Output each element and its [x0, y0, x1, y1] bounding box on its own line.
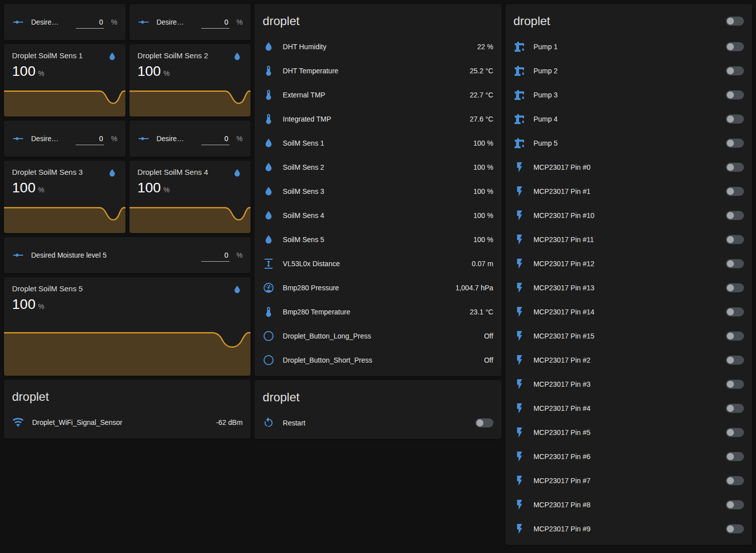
toggle-switch[interactable]: [726, 404, 744, 413]
toggle-switch[interactable]: [726, 42, 744, 51]
switch-row[interactable]: MCP23017 Pin #3: [506, 372, 752, 396]
water-icon: [263, 185, 275, 197]
entity-row[interactable]: SoilM Sens 2100 %: [255, 155, 501, 179]
switch-row[interactable]: Pump 5: [506, 131, 752, 155]
entity-row[interactable]: VL53L0x Distance0.07 m: [255, 252, 501, 276]
restart-toggle[interactable]: [475, 418, 493, 427]
entity-row[interactable]: SoilM Sens 3100 %: [255, 179, 501, 203]
switch-row[interactable]: MCP23017 Pin #14: [506, 300, 752, 324]
toggle-switch[interactable]: [726, 90, 744, 99]
desired-value-input[interactable]: [76, 133, 104, 145]
switch-row[interactable]: MCP23017 Pin #13: [506, 276, 752, 300]
toggle-switch[interactable]: [726, 452, 744, 461]
entity-row[interactable]: DHT Temperature25.2 °C: [255, 59, 501, 83]
toggle-switch[interactable]: [726, 211, 744, 220]
toggle-switch[interactable]: [726, 139, 744, 148]
sensor-value-number: 100: [12, 180, 36, 195]
switch-row[interactable]: MCP23017 Pin #1: [506, 179, 752, 203]
entity-row[interactable]: Bmp280 Temperature23.1 °C: [255, 300, 501, 324]
switch-row[interactable]: MCP23017 Pin #4: [506, 396, 752, 420]
water-icon: [232, 168, 242, 178]
water-icon: [232, 51, 242, 62]
switch-row[interactable]: MCP23017 Pin #6: [506, 445, 752, 469]
desired-value-input[interactable]: [201, 133, 229, 145]
flash-icon: [514, 475, 526, 487]
switch-row[interactable]: Pump 4: [506, 107, 752, 131]
toggle-switch[interactable]: [726, 235, 744, 244]
switch-row[interactable]: MCP23017 Pin #5: [506, 420, 752, 445]
water-icon: [107, 168, 117, 178]
desired-moisture-card-2[interactable]: Desired ... %: [130, 4, 251, 40]
soil-moisture-sensor-card-4[interactable]: Droplet SoilM Sens 4 100%: [130, 161, 251, 233]
input-label: Desired Moisture level 5: [31, 251, 106, 259]
right-column: droplet Pump 1Pump 2Pump 3Pump 4Pump 5MC…: [506, 4, 752, 545]
soil-moisture-sensor-card-5[interactable]: Droplet SoilM Sens 5 100%: [4, 277, 250, 376]
switch-row[interactable]: MCP23017 Pin #15: [506, 324, 752, 348]
switch-row[interactable]: Pump 3: [506, 83, 752, 107]
switch-row[interactable]: MCP23017 Pin #0: [506, 155, 752, 179]
toggle-switch[interactable]: [726, 356, 744, 365]
restart-row[interactable]: Restart: [255, 411, 501, 435]
sensor-value-number: 100: [138, 180, 161, 195]
toggle-switch[interactable]: [726, 307, 744, 316]
toggle-knob: [727, 453, 734, 460]
switch-row[interactable]: MCP23017 Pin #7: [506, 469, 752, 493]
entity-row[interactable]: SoilM Sens 4100 %: [255, 203, 501, 228]
switch-row[interactable]: MCP23017 Pin #10: [506, 203, 752, 228]
desired-value-input[interactable]: [201, 16, 229, 29]
switch-row[interactable]: MCP23017 Pin #12: [506, 252, 752, 276]
entity-row[interactable]: Bmp280 Pressure1,004.7 hPa: [255, 276, 501, 300]
switch-row[interactable]: MCP23017 Pin #9: [506, 517, 752, 541]
toggle-switch[interactable]: [726, 163, 744, 172]
soil-moisture-sensor-card-1[interactable]: Droplet SoilM Sens 1 100%: [4, 44, 125, 117]
toggle-switch[interactable]: [726, 331, 744, 341]
switch-row[interactable]: Pump 1: [506, 35, 752, 59]
entity-row[interactable]: Droplet_Button_Long_PressOff: [255, 324, 501, 348]
radiobox-icon: [263, 330, 275, 342]
entity-name: SoilM Sens 4: [283, 211, 465, 219]
toggle-switch[interactable]: [726, 187, 744, 196]
radiobox-icon: [263, 354, 275, 366]
toggle-switch[interactable]: [726, 380, 744, 389]
desired-value-input[interactable]: [201, 249, 229, 262]
entity-row[interactable]: Droplet_WiFi_Signal_Sensor -62 dBm: [4, 410, 250, 434]
toggle-switch[interactable]: [726, 524, 744, 533]
entity-name: SoilM Sens 2: [283, 163, 465, 171]
toggle-switch[interactable]: [726, 283, 744, 292]
desired-moisture-card-5[interactable]: Desired Moisture level 5 %: [4, 237, 250, 273]
toggle-switch[interactable]: [726, 476, 744, 485]
desired-moisture-card-4[interactable]: Desired ... %: [130, 121, 251, 157]
soil-moisture-sensor-card-3[interactable]: Droplet SoilM Sens 3 100%: [4, 161, 125, 233]
sensor-history-graph: [130, 205, 251, 233]
toggle-switch[interactable]: [726, 259, 744, 268]
input-unit: %: [236, 251, 242, 259]
desired-moisture-card-1[interactable]: Desired ... %: [4, 4, 125, 40]
middle-column: droplet DHT Humidity22 %DHT Temperature2…: [255, 4, 501, 439]
switch-row[interactable]: Pump 2: [506, 59, 752, 83]
desired-value-input[interactable]: [76, 16, 104, 29]
toggle-switch[interactable]: [726, 66, 744, 75]
pump-icon: [514, 113, 526, 125]
entity-name: Bmp280 Pressure: [283, 284, 447, 292]
switch-row[interactable]: MCP23017 Pin #11: [506, 228, 752, 252]
entity-name: SoilM Sens 1: [283, 139, 465, 147]
switch-rows: Pump 1Pump 2Pump 3Pump 4Pump 5MCP23017 P…: [506, 35, 752, 545]
toggle-switch[interactable]: [726, 500, 744, 509]
soil-moisture-sensor-card-2[interactable]: Droplet SoilM Sens 2 100%: [130, 44, 251, 117]
toggle-switch[interactable]: [726, 428, 744, 437]
entity-row[interactable]: Integrated TMP27.6 °C: [255, 107, 501, 131]
pump-icon: [514, 41, 526, 53]
entity-state: 100 %: [473, 211, 493, 219]
entity-row[interactable]: Droplet_Button_Short_PressOff: [255, 348, 501, 372]
toggle-switch[interactable]: [726, 115, 744, 124]
entity-row[interactable]: SoilM Sens 5100 %: [255, 228, 501, 252]
group-toggle[interactable]: [726, 17, 744, 26]
entity-row[interactable]: SoilM Sens 1100 %: [255, 131, 501, 155]
switch-row[interactable]: MCP23017 Pin #8: [506, 493, 752, 517]
sensor-history-graph: [4, 205, 125, 233]
switch-row[interactable]: MCP23017 Pin #2: [506, 348, 752, 372]
entity-row[interactable]: External TMP22.7 °C: [255, 83, 501, 107]
input-unit: %: [236, 18, 242, 26]
entity-row[interactable]: DHT Humidity22 %: [255, 35, 501, 59]
desired-moisture-card-3[interactable]: Desired ... %: [4, 121, 125, 157]
